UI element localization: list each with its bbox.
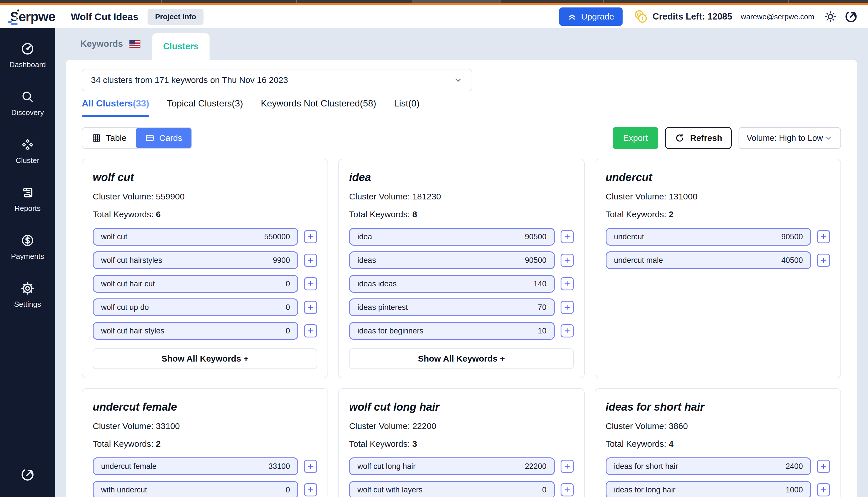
- keyword-pill[interactable]: ideas pinterest 70: [349, 298, 555, 316]
- double-chevron-up-icon: [568, 12, 576, 21]
- add-keyword-button[interactable]: [304, 460, 317, 473]
- add-keyword-button[interactable]: [304, 324, 317, 338]
- show-all-keywords-button[interactable]: Show All Keywords +: [93, 349, 317, 369]
- total-keywords-label: Total Keywords:: [93, 210, 154, 219]
- add-keyword-button[interactable]: [817, 483, 830, 496]
- add-keyword-button[interactable]: [304, 230, 317, 243]
- upgrade-button[interactable]: Upgrade: [559, 8, 622, 26]
- refresh-icon: [674, 133, 685, 143]
- keyword-pill[interactable]: wolf cut hair cut 0: [93, 275, 298, 293]
- cards-view-button[interactable]: Cards: [136, 128, 192, 148]
- cluster-card: undercut Cluster Volume: 131000 Total Ke…: [595, 159, 841, 378]
- keyword-row: wolf cut long hair 22200: [349, 457, 574, 475]
- keyword-pill[interactable]: ideas for short hair 2400: [606, 457, 811, 475]
- keyword-pill[interactable]: with undercut 0: [93, 481, 298, 497]
- keyword-pill[interactable]: undercut male 40500: [606, 251, 811, 269]
- add-keyword-button[interactable]: [817, 254, 830, 267]
- subtab-all-clusters[interactable]: All Clusters(33): [82, 98, 149, 109]
- cluster-volume-value: 131000: [669, 192, 698, 201]
- cluster-volume-line: Cluster Volume: 22200: [349, 421, 574, 431]
- sort-dropdown[interactable]: Volume: High to Low: [739, 127, 841, 149]
- add-keyword-button[interactable]: [304, 254, 317, 267]
- add-keyword-button[interactable]: [817, 230, 830, 243]
- keyword-pill[interactable]: undercut female 33100: [93, 457, 298, 475]
- browser-tab-separator: [788, 0, 789, 3]
- sidebar-item-settings[interactable]: Settings: [14, 282, 41, 309]
- scroll-icon: [21, 186, 34, 199]
- sidebar-item-payments[interactable]: Payments: [11, 233, 44, 261]
- add-keyword-button[interactable]: [817, 460, 830, 473]
- serpwe-logo[interactable]: S erpwe: [10, 9, 55, 24]
- keyword-row: ideas 90500: [349, 251, 574, 269]
- plus-icon: [307, 463, 314, 470]
- refresh-button[interactable]: Refresh: [665, 127, 732, 149]
- keyword-pill[interactable]: wolf cut up do 0: [93, 298, 298, 316]
- add-keyword-button[interactable]: [304, 277, 317, 290]
- add-keyword-button[interactable]: [561, 460, 574, 473]
- cluster-subtabs: All Clusters(33) Topical Clusters(3) Key…: [66, 98, 857, 117]
- external-link-icon: [844, 10, 858, 24]
- table-view-button[interactable]: Table: [82, 128, 136, 148]
- keyword-text: ideas for short hair: [614, 462, 678, 471]
- subtab-topical-clusters[interactable]: Topical Clusters(3): [167, 98, 243, 109]
- total-keywords-line: Total Keywords: 2: [93, 439, 317, 449]
- tab-clusters[interactable]: Clusters: [152, 33, 210, 60]
- keyword-volume: 10: [538, 327, 547, 336]
- total-keywords-label: Total Keywords:: [606, 210, 667, 219]
- keyword-pill[interactable]: ideas for long hair 1000: [606, 481, 811, 497]
- keyword-pill[interactable]: ideas 90500: [349, 251, 555, 269]
- cluster-volume-label: Cluster Volume:: [606, 192, 667, 201]
- sidebar-item-reports[interactable]: Reports: [14, 186, 41, 213]
- table-grid-icon: [92, 133, 101, 143]
- plus-icon: [820, 233, 827, 240]
- keyword-pill[interactable]: ideas for beginners 10: [349, 322, 555, 340]
- subtab-keywords-not-clustered[interactable]: Keywords Not Clustered(58): [261, 98, 376, 109]
- keyword-pill[interactable]: ideas ideas 140: [349, 275, 555, 293]
- add-keyword-button[interactable]: [561, 301, 574, 314]
- keyword-text: undercut female: [101, 462, 157, 471]
- main-area: Keywords Clusters 34 clusters from 171 k…: [55, 28, 868, 497]
- open-site-button[interactable]: [844, 10, 858, 24]
- add-keyword-button[interactable]: [561, 483, 574, 496]
- total-keywords-label: Total Keywords:: [349, 210, 410, 219]
- plus-icon: [563, 280, 571, 287]
- export-button[interactable]: Export: [613, 127, 658, 149]
- keyword-pill[interactable]: wolf cut hair styles 0: [93, 322, 298, 340]
- add-keyword-button[interactable]: [561, 230, 574, 243]
- keyword-pill[interactable]: wolf cut long hair 22200: [349, 457, 555, 475]
- account-email[interactable]: warewe@serpwe.com: [741, 12, 814, 21]
- project-info-badge[interactable]: Project Info: [148, 9, 204, 25]
- add-keyword-button[interactable]: [561, 254, 574, 267]
- sidebar-item-dashboard[interactable]: Dashboard: [9, 42, 46, 69]
- add-keyword-button[interactable]: [304, 301, 317, 314]
- keyword-row: wolf cut up do 0: [93, 298, 317, 316]
- tab-keywords[interactable]: Keywords: [80, 28, 141, 60]
- cluster-diamonds-icon: [21, 138, 34, 152]
- sidebar-item-discovery[interactable]: Discovery: [11, 90, 44, 117]
- plus-icon: [820, 486, 827, 494]
- add-keyword-button[interactable]: [304, 483, 317, 496]
- dataset-dropdown[interactable]: 34 clusters from 171 keywords on Thu Nov…: [82, 69, 472, 91]
- sidebar-item-cluster[interactable]: Cluster: [16, 138, 39, 165]
- theme-toggle-button[interactable]: [824, 10, 837, 23]
- keyword-pill[interactable]: wolf cut 550000: [93, 228, 298, 246]
- show-all-keywords-button[interactable]: Show All Keywords +: [349, 349, 574, 369]
- keyword-pill[interactable]: idea 90500: [349, 228, 555, 246]
- total-keywords-value: 2: [669, 210, 674, 219]
- subtab-list[interactable]: List(0): [394, 98, 420, 109]
- us-flag-icon: [129, 40, 141, 48]
- total-keywords-value: 3: [412, 439, 417, 449]
- add-keyword-button[interactable]: [561, 324, 574, 338]
- header-right-group: Upgrade Credits Left: 12085 warewe@serpw…: [559, 8, 858, 26]
- keyword-row: wolf cut hair cut 0: [93, 275, 317, 293]
- keyword-pill[interactable]: undercut 90500: [606, 228, 811, 246]
- add-keyword-button[interactable]: [561, 277, 574, 290]
- keyword-row: wolf cut hair styles 0: [93, 322, 317, 340]
- plus-icon: [307, 327, 314, 335]
- keyword-pill[interactable]: wolf cut with layers 0: [349, 481, 555, 497]
- keyword-pill[interactable]: wolf cut hairstyles 9900: [93, 251, 298, 269]
- logo-dot: [17, 10, 19, 12]
- sidebar-external-link-button[interactable]: [20, 467, 35, 482]
- cluster-card: wolf cut long hair Cluster Volume: 22200…: [338, 388, 584, 497]
- keyword-row: ideas for beginners 10: [349, 322, 574, 340]
